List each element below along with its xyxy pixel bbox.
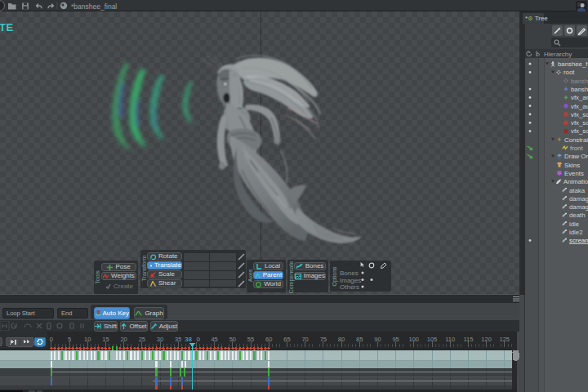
svg-text:vfx_aur: vfx_aur xyxy=(571,103,588,110)
svg-text:damage_f: damage_f xyxy=(569,195,588,203)
svg-text:60: 60 xyxy=(265,336,272,343)
svg-text:120: 120 xyxy=(481,336,492,343)
svg-text:110: 110 xyxy=(445,336,455,343)
svg-text:vfx_sor: vfx_sor xyxy=(571,127,588,135)
svg-text:100: 100 xyxy=(409,336,420,343)
svg-text:80: 80 xyxy=(338,336,345,343)
svg-text:50: 50 xyxy=(229,336,236,343)
svg-text:95: 95 xyxy=(392,336,399,343)
svg-text:damage_s: damage_s xyxy=(569,203,588,211)
svg-text:25: 25 xyxy=(139,336,145,343)
svg-text:bansh_: bansh_ xyxy=(571,78,588,85)
svg-text:0: 0 xyxy=(197,336,200,343)
svg-text:banshee_fin: banshee_fin xyxy=(558,60,588,68)
svg-text:ataka: ataka xyxy=(569,187,586,194)
svg-text:Draw Order: Draw Order xyxy=(564,153,588,160)
svg-text:15: 15 xyxy=(102,336,109,343)
svg-text:idle: idle xyxy=(569,220,579,228)
svg-text:Constraint: Constraint xyxy=(564,136,588,144)
svg-text:root: root xyxy=(564,69,575,76)
svg-text:Skins: Skins xyxy=(564,162,580,169)
svg-text:banshee: banshee xyxy=(571,86,588,93)
svg-text:65: 65 xyxy=(283,336,290,343)
svg-text:90: 90 xyxy=(374,336,381,343)
svg-text:Animations: Animations xyxy=(564,178,588,185)
svg-text:45: 45 xyxy=(211,336,217,343)
svg-text:Events: Events xyxy=(564,170,584,177)
svg-text:30: 30 xyxy=(157,336,163,343)
svg-text:death: death xyxy=(569,212,586,219)
svg-text:35: 35 xyxy=(175,336,181,343)
svg-text:125: 125 xyxy=(500,336,510,343)
svg-text:vfx_sor: vfx_sor xyxy=(571,119,588,127)
svg-text:75: 75 xyxy=(320,336,327,343)
svg-text:105: 105 xyxy=(427,336,438,343)
svg-text:idle2: idle2 xyxy=(569,229,582,236)
svg-text:5: 5 xyxy=(68,336,71,343)
svg-text:70: 70 xyxy=(301,336,308,343)
svg-text:vfx_scr: vfx_scr xyxy=(571,111,588,118)
svg-text:vfx_arm: vfx_arm xyxy=(571,94,588,101)
svg-text:115: 115 xyxy=(463,336,473,343)
svg-text:front: front xyxy=(570,145,583,152)
svg-text:20: 20 xyxy=(120,336,127,343)
svg-text:10: 10 xyxy=(84,336,91,343)
svg-text:scream: scream xyxy=(569,237,588,244)
svg-text:38: 38 xyxy=(185,336,192,343)
svg-text:55: 55 xyxy=(247,336,254,343)
svg-text:0: 0 xyxy=(50,336,53,343)
svg-text:85: 85 xyxy=(356,336,363,343)
